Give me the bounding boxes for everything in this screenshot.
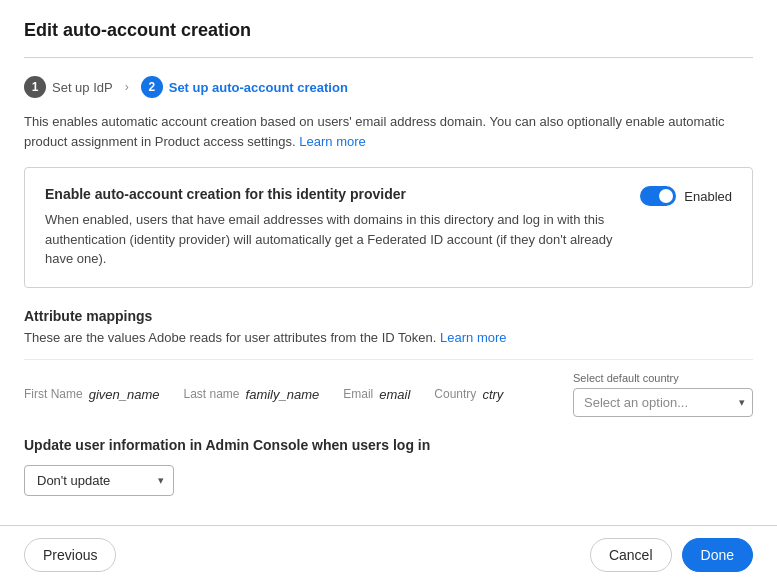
step-1-label: Set up IdP (52, 80, 113, 95)
step-2-circle: 2 (141, 76, 163, 98)
attr-section-title: Attribute mappings (24, 308, 753, 324)
step-1: 1 Set up IdP (24, 76, 113, 98)
step-2-label: Set up auto-account creation (169, 80, 348, 95)
country-select-label: Select default country (573, 372, 753, 384)
enable-toggle[interactable] (640, 186, 676, 206)
previous-button[interactable]: Previous (24, 538, 116, 572)
attribute-row: First Name given_name Last name family_n… (24, 359, 753, 429)
toggle-label: Enabled (684, 189, 732, 204)
description-learn-more-link[interactable]: Learn more (299, 134, 365, 149)
card-content: Enable auto-account creation for this id… (45, 186, 620, 269)
attr-email: Email email (343, 387, 410, 402)
country-select-wrapper: Select an option... United States United… (573, 388, 753, 417)
stepper: 1 Set up IdP › 2 Set up auto-account cre… (24, 76, 753, 98)
page-description: This enables automatic account creation … (24, 112, 753, 151)
attr-learn-more-link[interactable]: Learn more (440, 330, 506, 345)
country-select-group: Select default country Select an option.… (573, 372, 753, 417)
card-title: Enable auto-account creation for this id… (45, 186, 620, 202)
toggle-container: Enabled (640, 186, 732, 206)
page-title: Edit auto-account creation (24, 20, 753, 41)
step-arrow: › (125, 80, 129, 94)
card-header: Enable auto-account creation for this id… (45, 186, 732, 269)
update-dropdown-wrapper: Don't update Update user info Overwrite … (24, 465, 174, 496)
attribute-mappings-section: Attribute mappings These are the values … (24, 308, 753, 429)
done-button[interactable]: Done (682, 538, 753, 572)
country-select[interactable]: Select an option... United States United… (573, 388, 753, 417)
footer: Previous Cancel Done (0, 525, 777, 584)
enable-card: Enable auto-account creation for this id… (24, 167, 753, 288)
title-divider (24, 57, 753, 58)
card-body: When enabled, users that have email addr… (45, 210, 620, 269)
footer-right-buttons: Cancel Done (590, 538, 753, 572)
step-2: 2 Set up auto-account creation (141, 76, 348, 98)
attr-section-desc: These are the values Adobe reads for use… (24, 330, 753, 345)
step-1-circle: 1 (24, 76, 46, 98)
attr-country: Country ctry (434, 387, 503, 402)
update-section-title: Update user information in Admin Console… (24, 437, 753, 453)
attr-firstname-key: First Name (24, 387, 83, 401)
attr-email-value: email (379, 387, 410, 402)
attr-lastname-value: family_name (246, 387, 320, 402)
update-section: Update user information in Admin Console… (24, 437, 753, 496)
attr-firstname: First Name given_name (24, 387, 160, 402)
attr-lastname-key: Last name (184, 387, 240, 401)
attr-country-key: Country (434, 387, 476, 401)
attr-email-key: Email (343, 387, 373, 401)
attr-lastname: Last name family_name (184, 387, 320, 402)
update-dropdown[interactable]: Don't update Update user info Overwrite … (24, 465, 174, 496)
attr-firstname-value: given_name (89, 387, 160, 402)
attr-country-value: ctry (482, 387, 503, 402)
cancel-button[interactable]: Cancel (590, 538, 672, 572)
